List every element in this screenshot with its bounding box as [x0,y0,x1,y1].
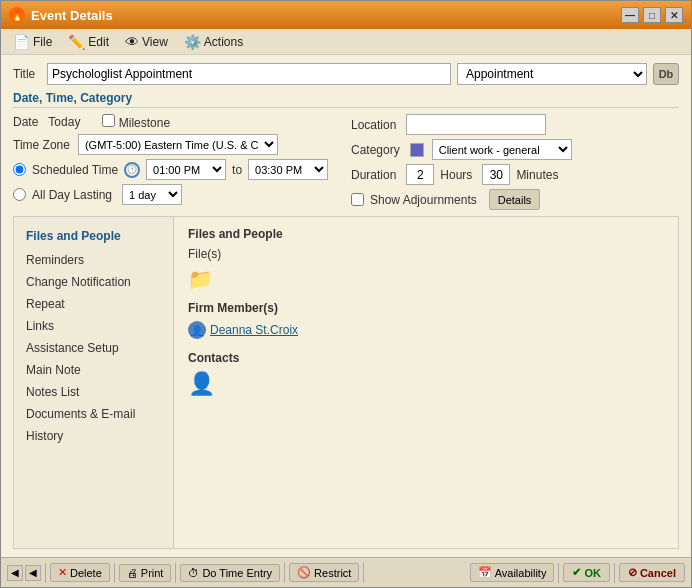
time-entry-button[interactable]: ⏱ Do Time Entry [180,564,280,582]
scheduled-time-label: Scheduled Time [32,163,118,177]
duration-row: Duration Hours Minutes [351,164,679,185]
member-name: Deanna St.Croix [210,323,298,337]
sidebar-item-change-notification[interactable]: Change Notification [14,271,173,293]
sidebar-item-documents-email[interactable]: Documents & E-mail [14,403,173,425]
title-bar: 🔥 Event Details — □ ✕ [1,1,691,29]
sidebar-item-assistance-setup[interactable]: Assistance Setup [14,337,173,359]
nav-first-button[interactable]: ◀ [7,565,23,581]
time-from-dropdown[interactable]: 01:00 PM [146,159,226,180]
firm-members-section: Firm Member(s) 👤 Deanna St.Croix [188,301,664,339]
restrict-button[interactable]: 🚫 Restrict [289,563,359,582]
cancel-circle-icon: ⊘ [628,566,637,579]
category-color-swatch [410,143,424,157]
scheduled-time-radio[interactable] [13,163,26,176]
print-label: Print [141,567,164,579]
adjournments-row: Show Adjournments Details [351,189,679,210]
time-to-connector: to [232,163,242,177]
menu-bar: 📄 File ✏️ Edit 👁 View ⚙️ Actions [1,29,691,55]
availability-label: Availability [495,567,547,579]
contacts-title: Contacts [188,351,664,365]
menu-file-label: File [33,35,52,49]
minimize-button[interactable]: — [621,7,639,23]
duration-minutes-input[interactable] [482,164,510,185]
db-button[interactable]: Db [653,63,679,85]
menu-actions-label: Actions [204,35,243,49]
location-row: Location [351,114,679,135]
menu-actions[interactable]: ⚙️ Actions [176,32,251,52]
ok-button[interactable]: ✔ OK [563,563,610,582]
timezone-dropdown[interactable]: (GMT-5:00) Eastern Time (U.S. & Canada) [78,134,278,155]
time-to-dropdown[interactable]: 03:30 PM [248,159,328,180]
clock-icon: 🕐 [124,162,140,178]
form-content: Title Appointment Db Date, Time, Categor… [1,55,691,557]
delete-label: Delete [70,567,102,579]
divider-4 [284,563,285,583]
app-icon: 🔥 [9,7,25,23]
contacts-section: Contacts 👤 [188,351,664,397]
scheduled-time-row: Scheduled Time 🕐 01:00 PM to 03:30 PM [13,159,341,180]
date-row: Date Today Milestone [13,114,341,130]
sidebar-item-repeat[interactable]: Repeat [14,293,173,315]
view-icon: 👁 [125,34,139,50]
category-row: Category Client work - general [351,139,679,160]
all-day-duration-dropdown[interactable]: 1 day [122,184,182,205]
sidebar-item-links[interactable]: Links [14,315,173,337]
ok-label: OK [584,567,601,579]
menu-edit-label: Edit [88,35,109,49]
event-type-dropdown[interactable]: Appointment [457,63,647,85]
milestone-label: Milestone [119,116,170,130]
sidebar-item-notes-list[interactable]: Notes List [14,381,173,403]
time-entry-label: Do Time Entry [202,567,272,579]
all-day-row: All Day Lasting 1 day [13,184,341,205]
time-entry-icon: ⏱ [188,567,199,579]
files-panel: Files and People File(s) 📁 Firm Member(s… [174,217,678,548]
menu-view[interactable]: 👁 View [117,32,176,52]
nav-prev-button[interactable]: ◀ [25,565,41,581]
member-row[interactable]: 👤 Deanna St.Croix [188,321,664,339]
status-bar: ◀ ◀ ✕ Delete 🖨 Print ⏱ Do Time Entry 🚫 R… [1,557,691,587]
show-adjournments-checkbox[interactable] [351,193,364,206]
person-icon: 👤 [188,321,206,339]
close-button[interactable]: ✕ [665,7,683,23]
divider-2 [114,563,115,583]
sidebar-item-main-note[interactable]: Main Note [14,359,173,381]
event-details-window: 🔥 Event Details — □ ✕ 📄 File ✏️ Edit 👁 V… [0,0,692,588]
ok-checkmark-icon: ✔ [572,566,581,579]
edit-icon: ✏️ [68,34,85,50]
file-icon: 📄 [13,34,30,50]
delete-icon: ✕ [58,566,67,579]
category-dropdown[interactable]: Client work - general [432,139,572,160]
divider-5 [363,563,364,583]
menu-edit[interactable]: ✏️ Edit [60,32,117,52]
menu-file[interactable]: 📄 File [5,32,60,52]
title-input[interactable] [47,63,451,85]
timezone-row: Time Zone (GMT-5:00) Eastern Time (U.S. … [13,134,341,155]
firm-members-title: Firm Member(s) [188,301,664,315]
maximize-button[interactable]: □ [643,7,661,23]
menu-view-label: View [142,35,168,49]
sidebar-item-history[interactable]: History [14,425,173,447]
milestone-checkbox-wrapper: Milestone [102,114,170,130]
divider-6 [558,563,559,583]
folder-icon[interactable]: 📁 [188,267,664,291]
cancel-button[interactable]: ⊘ Cancel [619,563,685,582]
window-title: Event Details [31,8,621,23]
contacts-add-icon[interactable]: 👤 [188,371,664,397]
restrict-icon: 🚫 [297,566,311,579]
availability-button[interactable]: 📅 Availability [470,563,555,582]
duration-label: Duration [351,168,396,182]
milestone-checkbox[interactable] [102,114,115,127]
date-value: Today [48,115,80,129]
all-day-radio[interactable] [13,188,26,201]
sidebar-item-reminders[interactable]: Reminders [14,249,173,271]
print-button[interactable]: 🖨 Print [119,564,172,582]
details-button[interactable]: Details [489,189,541,210]
duration-hours-input[interactable] [406,164,434,185]
divider-1 [45,563,46,583]
datetime-section-title: Date, Time, Category [13,91,679,108]
location-input[interactable] [406,114,546,135]
date-label: Date [13,115,38,129]
datetime-grid: Date Today Milestone Time Zone (GMT-5:00… [13,114,679,210]
delete-button[interactable]: ✕ Delete [50,563,110,582]
show-adjournments-label: Show Adjournments [370,193,477,207]
